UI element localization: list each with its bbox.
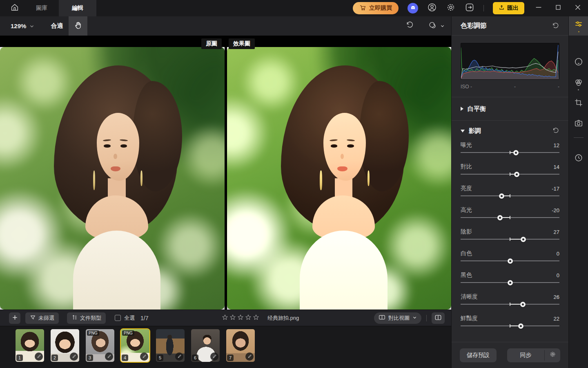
add-image-button[interactable] (9, 312, 20, 324)
adjustments-tool-button[interactable] (569, 16, 588, 36)
tab-gallery[interactable]: 圖庫 (24, 0, 59, 16)
export-button[interactable]: 匯出 (493, 2, 524, 14)
iso-value: ISO - (461, 84, 472, 90)
reset-all-icon[interactable] (552, 22, 559, 30)
portrait-tool-button[interactable] (569, 57, 588, 68)
filmstrip-thumbnail[interactable]: PNG 4 (121, 329, 149, 362)
select-all-control[interactable]: 全選 (115, 314, 135, 322)
slider-track[interactable] (461, 301, 559, 307)
before-after-compare-button[interactable] (428, 16, 445, 36)
slider-handle[interactable] (520, 302, 526, 307)
slider-handle[interactable] (508, 280, 513, 285)
tone-section-header[interactable]: 影調 (461, 121, 559, 141)
adjustment-slider-row: 清晰度 26 (461, 293, 559, 307)
compare-circles-icon (428, 21, 437, 31)
slider-handle[interactable] (513, 150, 519, 155)
thumbnail-number-badge: 1 (16, 355, 23, 361)
settings-button[interactable] (446, 2, 456, 14)
discord-button[interactable] (408, 3, 418, 13)
sync-button[interactable]: 同步 (507, 348, 544, 362)
slider-handle[interactable] (521, 237, 526, 242)
select-all-checkbox[interactable] (115, 315, 121, 321)
file-type-sort-button[interactable]: 文件類型 (67, 312, 106, 324)
edit-pencil-button[interactable] (210, 352, 218, 361)
edit-pencil-button[interactable] (140, 352, 148, 361)
photo-editor-app: 圖庫 編輯 立即購買 匯出 (0, 0, 588, 368)
adjustment-slider-row: 陰影 27 (461, 228, 559, 242)
filmstrip-thumbnail[interactable]: PNG 3 (86, 329, 114, 362)
undo-icon (405, 21, 414, 31)
filmstrip-thumbnail[interactable]: 7 (226, 329, 255, 362)
buy-now-button[interactable]: 立即購買 (353, 2, 399, 14)
chevron-down-icon (440, 22, 445, 30)
edit-pencil-button[interactable] (105, 352, 113, 361)
compare-view-dropdown[interactable]: 對比視圖 (374, 312, 421, 324)
minimize-button[interactable] (533, 3, 544, 13)
slider-value: 0 (557, 272, 559, 278)
effect-image[interactable] (227, 47, 451, 310)
filmstrip-thumbnail[interactable]: 1 (16, 329, 44, 362)
star-icon[interactable] (245, 314, 252, 322)
undo-button[interactable] (405, 16, 414, 36)
white-balance-label: 白平衡 (468, 105, 559, 113)
filmstrip-thumbnail[interactable]: 6 (191, 329, 220, 362)
top-bar: 圖庫 編輯 立即購買 匯出 (0, 0, 588, 16)
slider-track[interactable] (461, 149, 559, 156)
save-preset-button[interactable]: 儲存預設 (460, 348, 497, 362)
original-image[interactable] (0, 47, 225, 310)
crop-tool-button[interactable] (569, 98, 588, 109)
slider-handle[interactable] (508, 258, 513, 264)
edit-pencil-button[interactable] (245, 352, 254, 361)
layout-icon (379, 314, 385, 321)
maximize-button[interactable] (553, 3, 564, 13)
fit-to-screen-button[interactable]: 合適 (51, 16, 63, 36)
tab-edit[interactable]: 編輯 (59, 0, 96, 16)
filmstrip-thumbnail[interactable]: 2 (51, 329, 79, 362)
slider-track[interactable] (461, 258, 559, 264)
slider-handle[interactable] (518, 323, 523, 329)
slider-value: 26 (554, 294, 559, 300)
camera-raw-button[interactable] (569, 118, 588, 130)
filmstrip-thumbnail[interactable]: 5 (156, 329, 185, 362)
edit-pencil-button[interactable] (35, 352, 43, 361)
gear-icon (549, 351, 556, 359)
reset-tone-icon[interactable] (552, 127, 559, 135)
slider-track[interactable] (461, 323, 559, 329)
slider-track[interactable] (461, 171, 559, 177)
edit-pencil-button[interactable] (175, 352, 183, 361)
filter-button[interactable]: 未篩選 (25, 312, 59, 324)
maximize-icon (554, 3, 562, 13)
slider-track[interactable] (461, 279, 559, 286)
split-view-button[interactable] (432, 312, 445, 324)
expanded-triangle-icon (461, 130, 465, 132)
close-icon (573, 3, 582, 13)
quit-button[interactable] (465, 2, 474, 14)
slider-handle[interactable] (497, 215, 503, 220)
zoom-level-dropdown[interactable]: 129% (11, 16, 34, 36)
portrait-figure (0, 47, 225, 310)
star-icon[interactable] (237, 314, 244, 322)
account-button[interactable] (427, 2, 437, 14)
slider-track[interactable] (461, 214, 559, 221)
hand-tool-button[interactable] (69, 16, 87, 36)
histogram (461, 43, 559, 80)
history-button[interactable] (569, 153, 588, 164)
slider-handle[interactable] (514, 172, 519, 177)
home-button[interactable] (5, 0, 24, 16)
pencil-icon (37, 353, 41, 360)
slider-handle[interactable] (499, 193, 504, 199)
tone-label: 影調 (469, 127, 548, 135)
slider-label: 黑色 (461, 272, 472, 279)
star-icon[interactable] (253, 314, 259, 322)
sync-settings-button[interactable] (545, 348, 560, 362)
star-icon[interactable] (229, 314, 236, 322)
image-counter: 1/7 (140, 315, 148, 321)
slider-track[interactable] (461, 193, 559, 199)
star-rating[interactable] (222, 314, 259, 322)
edit-pencil-button[interactable] (70, 352, 78, 361)
filters-tool-button[interactable] (569, 78, 588, 89)
star-icon[interactable] (222, 314, 228, 322)
white-balance-section-header[interactable]: 白平衡 (461, 97, 559, 120)
slider-track[interactable] (461, 236, 559, 242)
close-button[interactable] (572, 3, 583, 13)
